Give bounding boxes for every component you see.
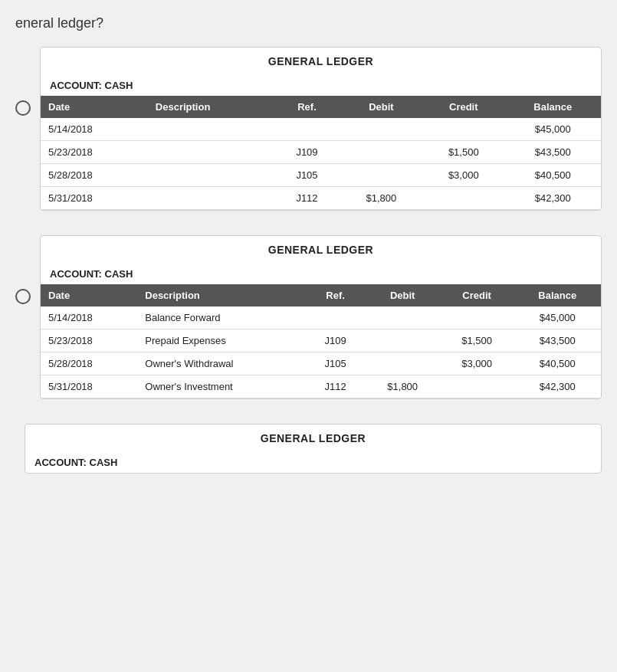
col-credit-2: Credit [440, 284, 514, 306]
col-date-1: Date [41, 96, 148, 118]
ledger-section-2: GENERAL LEDGER ACCOUNT: CASH Date Descri… [15, 235, 602, 399]
cell-date: 5/31/2018 [41, 187, 148, 210]
table-row: 5/31/2018J112$1,800$42,300 [41, 187, 601, 210]
cell-credit: $3,000 [440, 352, 514, 375]
table-row: 5/14/2018Balance Forward$45,000 [41, 306, 601, 329]
table-row: 5/14/2018$45,000 [41, 118, 601, 141]
cell-debit [340, 118, 422, 141]
cell-credit [422, 187, 504, 210]
cell-credit [440, 306, 514, 329]
ledger-table-1: Date Description Ref. Debit Credit Balan… [41, 96, 601, 210]
cell-description [148, 118, 274, 141]
cell-ref: J109 [306, 329, 366, 352]
cell-credit [422, 118, 504, 141]
cell-balance: $45,000 [514, 306, 601, 329]
ledger-title-1: GENERAL LEDGER [41, 48, 601, 75]
cell-ref: J112 [306, 375, 366, 398]
cell-debit [340, 164, 422, 187]
cell-ref: J112 [274, 187, 340, 210]
cell-balance: $43,500 [504, 141, 601, 164]
account-label-3: ACCOUNT: CASH [25, 452, 601, 473]
cell-balance: $43,500 [514, 329, 601, 352]
radio-col-2 [15, 235, 31, 304]
col-date-2: Date [41, 284, 137, 306]
col-debit-1: Debit [340, 96, 422, 118]
col-desc-2: Description [137, 284, 305, 306]
cell-date: 5/31/2018 [41, 375, 137, 398]
cell-ref: J105 [306, 352, 366, 375]
cell-debit: $1,800 [366, 375, 440, 398]
cell-balance: $42,300 [504, 187, 601, 210]
cell-date: 5/14/2018 [41, 306, 137, 329]
cell-ref [274, 118, 340, 141]
ledger-card-1: GENERAL LEDGER ACCOUNT: CASH Date Descri… [40, 47, 602, 211]
cell-date: 5/28/2018 [41, 352, 137, 375]
page-title: eneral ledger? [15, 15, 602, 31]
ledger-section-1: GENERAL LEDGER ACCOUNT: CASH Date Descri… [15, 47, 602, 211]
cell-description [148, 164, 274, 187]
cell-description [148, 141, 274, 164]
radio-button-1[interactable] [15, 100, 31, 116]
table-row: 5/28/2018Owner's WithdrawalJ105$3,000$40… [41, 352, 601, 375]
col-ref-2: Ref. [306, 284, 366, 306]
col-debit-2: Debit [366, 284, 440, 306]
cell-description: Prepaid Expenses [137, 329, 305, 352]
table-row: 5/23/2018J109$1,500$43,500 [41, 141, 601, 164]
cell-credit: $1,500 [422, 141, 504, 164]
ledger-card-3: GENERAL LEDGER ACCOUNT: CASH [25, 424, 602, 474]
cell-debit [366, 329, 440, 352]
cell-ref [306, 306, 366, 329]
cell-date: 5/14/2018 [41, 118, 148, 141]
cell-balance: $42,300 [514, 375, 601, 398]
cell-debit [366, 352, 440, 375]
cell-debit [366, 306, 440, 329]
col-ref-1: Ref. [274, 96, 340, 118]
ledger-card-2: GENERAL LEDGER ACCOUNT: CASH Date Descri… [40, 235, 602, 399]
cell-balance: $40,500 [504, 164, 601, 187]
account-label-2: ACCOUNT: CASH [41, 264, 601, 284]
cell-ref: J109 [274, 141, 340, 164]
ledger-title-3: GENERAL LEDGER [25, 425, 601, 452]
col-balance-1: Balance [504, 96, 601, 118]
col-credit-1: Credit [422, 96, 504, 118]
radio-col-1 [15, 47, 31, 116]
ledger-section-3: GENERAL LEDGER ACCOUNT: CASH [15, 424, 602, 474]
col-desc-1: Description [148, 96, 274, 118]
ledger-title-2: GENERAL LEDGER [41, 236, 601, 264]
cell-date: 5/28/2018 [41, 164, 148, 187]
cell-description [148, 187, 274, 210]
cell-debit: $1,800 [340, 187, 422, 210]
cell-description: Owner's Withdrawal [137, 352, 305, 375]
ledger-table-2: Date Description Ref. Debit Credit Balan… [41, 284, 601, 398]
cell-date: 5/23/2018 [41, 141, 148, 164]
cell-date: 5/23/2018 [41, 329, 137, 352]
cell-credit: $1,500 [440, 329, 514, 352]
cell-description: Owner's Investment [137, 375, 305, 398]
table-row: 5/28/2018J105$3,000$40,500 [41, 164, 601, 187]
cell-description: Balance Forward [137, 306, 305, 329]
col-balance-2: Balance [514, 284, 601, 306]
cell-credit [440, 375, 514, 398]
cell-balance: $40,500 [514, 352, 601, 375]
account-label-1: ACCOUNT: CASH [41, 75, 601, 96]
table-row: 5/31/2018Owner's InvestmentJ112$1,800$42… [41, 375, 601, 398]
cell-credit: $3,000 [422, 164, 504, 187]
radio-button-2[interactable] [15, 289, 31, 304]
cell-balance: $45,000 [504, 118, 601, 141]
cell-debit [340, 141, 422, 164]
table-row: 5/23/2018Prepaid ExpensesJ109$1,500$43,5… [41, 329, 601, 352]
cell-ref: J105 [274, 164, 340, 187]
